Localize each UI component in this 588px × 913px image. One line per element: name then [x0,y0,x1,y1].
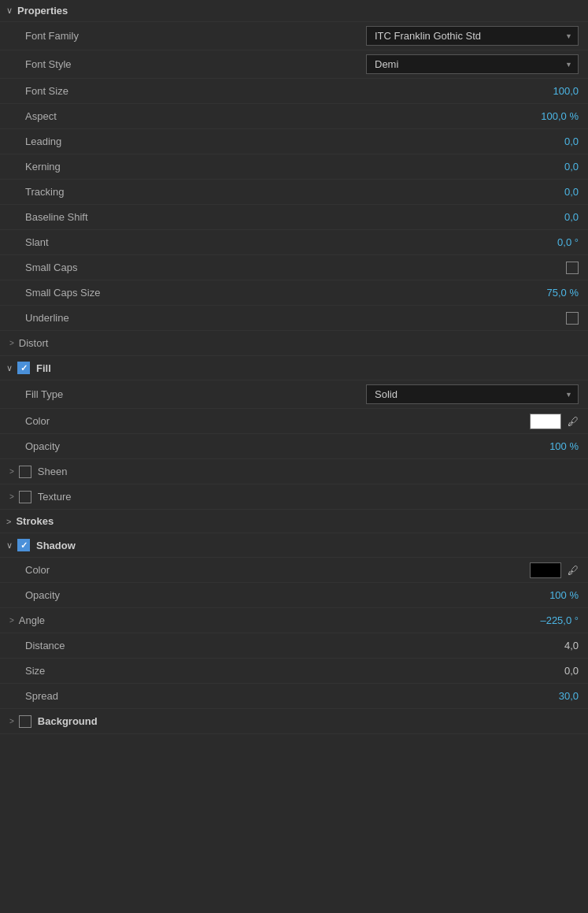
shadow-color-row: Color 🖋 [0,558,588,583]
tracking-value[interactable]: 0,0 [564,186,579,198]
size-value[interactable]: 0,0 [564,665,579,677]
font-family-label: Font Family [25,30,366,42]
underline-checkbox[interactable] [566,312,579,325]
small-caps-row: Small Caps [0,255,588,280]
fill-type-row: Fill Type Solid [0,380,588,409]
spread-row: Spread 30,0 [0,684,588,709]
font-size-value[interactable]: 100,0 [553,85,579,97]
strokes-section-label: Strokes [16,515,54,527]
kerning-row: Kerning 0,0 [0,154,588,180]
texture-row[interactable]: > Texture [0,484,588,510]
shadow-opacity-row: Opacity 100 % [0,583,588,608]
aspect-label: Aspect [25,110,541,122]
texture-checkbox[interactable] [19,491,31,503]
small-caps-label: Small Caps [25,262,566,273]
sheen-checkbox[interactable] [19,466,31,478]
tracking-row: Tracking 0,0 [0,180,588,205]
font-style-dropdown[interactable]: Demi [366,54,579,74]
shadow-section-label: Shadow [36,540,76,551]
fill-header[interactable]: ∨ Fill [0,356,588,380]
spread-label: Spread [25,690,559,702]
font-family-row: Font Family ITC Franklin Gothic Std [0,22,588,50]
slant-row: Slant 0,0 ° [0,230,588,255]
small-caps-checkbox[interactable] [566,262,579,274]
strokes-chevron-icon: > [6,517,11,526]
kerning-value[interactable]: 0,0 [564,161,579,173]
properties-panel: ∨ Properties Font Family ITC Franklin Go… [0,0,588,734]
sheen-label: Sheen [38,466,579,477]
size-row: Size 0,0 [0,659,588,684]
font-family-dropdown-container: ITC Franklin Gothic Std [366,26,579,46]
shadow-opacity-label: Opacity [25,589,549,601]
fill-type-label: Fill Type [25,388,366,400]
distort-label: Distort [19,337,579,349]
sheen-chevron-icon: > [9,467,14,476]
texture-chevron-icon: > [9,492,14,501]
slant-label: Slant [25,236,557,248]
fill-chevron-icon: ∨ [6,363,13,373]
texture-label: Texture [38,491,579,503]
small-caps-size-value[interactable]: 75,0 % [547,287,579,299]
angle-value[interactable]: –225,0 ° [540,614,579,626]
aspect-row: Aspect 100,0 % [0,104,588,129]
font-style-label: Font Style [25,58,366,70]
aspect-value[interactable]: 100,0 % [541,110,579,122]
small-caps-size-row: Small Caps Size 75,0 % [0,280,588,306]
background-chevron-icon: > [9,717,14,726]
leading-row: Leading 0,0 [0,129,588,154]
strokes-header[interactable]: > Strokes [0,510,588,533]
font-family-dropdown[interactable]: ITC Franklin Gothic Std [366,26,579,46]
distance-row: Distance 4,0 [0,633,588,659]
shadow-color-control: 🖋 [530,562,579,578]
background-checkbox[interactable] [19,715,31,728]
shadow-color-label: Color [25,564,530,576]
baseline-shift-row: Baseline Shift 0,0 [0,205,588,230]
shadow-eyedropper-icon[interactable]: 🖋 [568,564,579,577]
fill-opacity-value[interactable]: 100 % [549,440,579,452]
baseline-shift-value[interactable]: 0,0 [564,211,579,223]
angle-label: Angle [19,614,541,626]
font-style-dropdown-container: Demi [366,54,579,74]
small-caps-size-label: Small Caps Size [25,287,547,299]
size-label: Size [25,665,564,677]
fill-checkbox[interactable] [17,362,30,374]
distort-row[interactable]: > Distort [0,331,588,356]
distort-chevron-icon: > [9,339,14,347]
background-label: Background [38,715,98,727]
sheen-row[interactable]: > Sheen [0,459,588,484]
distance-value[interactable]: 4,0 [564,640,579,651]
angle-row[interactable]: > Angle –225,0 ° [0,608,588,633]
shadow-chevron-icon: ∨ [6,540,13,551]
fill-color-row: Color 🖋 [0,409,588,434]
leading-label: Leading [25,135,564,147]
distance-label: Distance [25,640,564,651]
angle-chevron-icon: > [9,616,14,625]
fill-section-label: Fill [36,362,51,374]
font-style-row: Font Style Demi [0,50,588,79]
fill-color-control: 🖋 [530,414,579,429]
fill-color-swatch[interactable] [530,414,561,429]
font-size-row: Font Size 100,0 [0,79,588,104]
shadow-checkbox[interactable] [17,539,30,551]
baseline-shift-label: Baseline Shift [25,211,564,223]
fill-type-dropdown[interactable]: Solid [366,384,579,404]
background-row[interactable]: > Background [0,709,588,734]
properties-header[interactable]: ∨ Properties [0,0,588,22]
shadow-color-swatch[interactable] [530,562,561,578]
fill-opacity-row: Opacity 100 % [0,434,588,459]
fill-eyedropper-icon[interactable]: 🖋 [568,415,579,428]
fill-opacity-label: Opacity [25,440,549,452]
tracking-label: Tracking [25,186,564,198]
shadow-opacity-value[interactable]: 100 % [549,589,579,601]
fill-type-dropdown-container: Solid [366,384,579,404]
fill-color-label: Color [25,415,530,427]
spread-value[interactable]: 30,0 [559,690,579,702]
leading-value[interactable]: 0,0 [564,135,579,147]
properties-chevron-icon: ∨ [6,6,13,16]
underline-label: Underline [25,312,566,324]
underline-row: Underline [0,306,588,331]
slant-value[interactable]: 0,0 ° [557,236,579,248]
shadow-header[interactable]: ∨ Shadow [0,533,588,558]
kerning-label: Kerning [25,161,564,173]
properties-title: Properties [17,5,68,17]
